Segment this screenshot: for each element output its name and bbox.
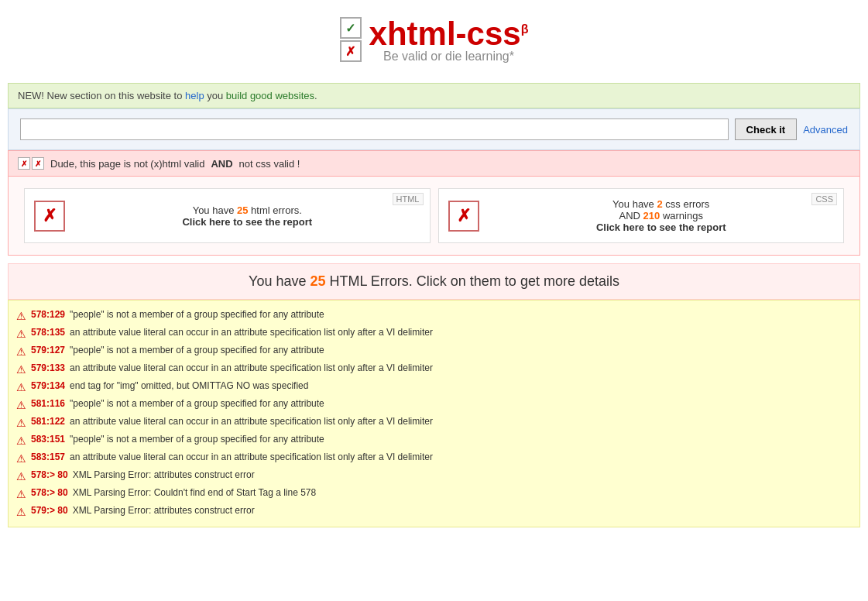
error-icon: ⚠ — [16, 345, 26, 358]
error-message: XML Parsing Error: Couldn't find end of … — [73, 487, 316, 498]
logo-text-main: xhtml-css — [369, 15, 521, 52]
error-location: 579:133 — [31, 362, 65, 373]
error-message: "people" is not a member of a group spec… — [70, 309, 324, 320]
validity-text-pre: Dude, this page is not (x)html valid — [50, 158, 204, 170]
css-and: AND — [619, 210, 643, 222]
advanced-link[interactable]: Advanced — [803, 124, 848, 136]
css-warning-text: warnings — [660, 210, 703, 222]
css-and-warnings: AND 210 warnings — [489, 210, 835, 222]
error-item[interactable]: ⚠581:122 an attribute value literal can … — [9, 414, 859, 431]
errors-header-pre: You have — [249, 273, 310, 289]
error-location: 578:135 — [31, 327, 65, 338]
error-icon: ⚠ — [16, 417, 26, 429]
error-icon: ⚠ — [16, 399, 26, 411]
banner-text-pre: NEW! New section on this website to — [18, 90, 185, 101]
validity-x-icon-2: ✗ — [32, 157, 44, 170]
error-item[interactable]: ⚠579:127 "people" is not a member of a g… — [9, 342, 859, 360]
error-location: 583:157 — [31, 452, 65, 462]
logo-icon: ✓ ✗ — [340, 17, 362, 62]
css-click-text: Click here to see the report — [489, 222, 835, 233]
validity-banner: ✗ ✗ Dude, this page is not (x)html valid… — [8, 150, 860, 177]
logo-text: xhtml-cssβ — [369, 15, 529, 53]
css-warning-count: 210 — [643, 210, 660, 222]
error-item[interactable]: ⚠578:> 80 XML Parsing Error: Couldn't fi… — [9, 485, 859, 503]
xml-arrow: :> 80 — [46, 487, 68, 498]
error-message: an attribute value literal can occur in … — [70, 327, 433, 338]
error-message: XML Parsing Error: attributes construct … — [73, 505, 255, 516]
error-location: 578:> 80 — [31, 469, 68, 480]
error-item[interactable]: ⚠583:151 "people" is not a member of a g… — [9, 431, 859, 449]
new-section-banner: NEW! New section on this website to help… — [8, 83, 860, 108]
error-message: an attribute value literal can occur in … — [70, 452, 433, 462]
error-message: an attribute value literal can occur in … — [70, 416, 433, 427]
validity-and: AND — [211, 158, 232, 170]
error-icon: ⚠ — [16, 363, 26, 376]
error-message: an attribute value literal can occur in … — [70, 362, 433, 373]
xml-location: 578 — [31, 469, 46, 480]
xml-location: 579 — [31, 505, 46, 516]
errors-header-post: HTML Errors. Click on them to get more d… — [326, 273, 619, 289]
error-location: 581:122 — [31, 416, 65, 427]
css-report-text: You have 2 css errors AND 210 warnings C… — [489, 198, 835, 233]
error-icon: ⚠ — [16, 381, 26, 393]
error-message: "people" is not a member of a group spec… — [70, 434, 324, 445]
css-post: css errors — [663, 198, 710, 210]
error-icon: ⚠ — [16, 506, 26, 518]
error-icon: ⚠ — [16, 470, 26, 483]
error-location: 579:127 — [31, 345, 65, 355]
validity-x-icon-1: ✗ — [18, 157, 30, 170]
error-item[interactable]: ⚠581:116 "people" is not a member of a g… — [9, 396, 859, 414]
error-location: 583:151 — [31, 434, 65, 445]
logo-checkmark: ✓ — [340, 17, 362, 39]
css-report-label: CSS — [811, 193, 837, 205]
error-item[interactable]: ⚠579:> 80 XML Parsing Error: attributes … — [9, 503, 859, 520]
error-icon: ⚠ — [16, 310, 26, 322]
error-location: 578:> 80 — [31, 487, 68, 498]
xml-arrow: :> 80 — [46, 505, 68, 516]
error-icon: ⚠ — [16, 488, 26, 500]
validity-text-post: not css valid ! — [239, 158, 300, 170]
css-report-x-icon: ✗ — [448, 201, 479, 232]
url-input[interactable] — [20, 118, 729, 140]
check-button[interactable]: Check it — [735, 118, 798, 140]
check-bar: Check it Advanced — [8, 108, 860, 150]
error-item[interactable]: ⚠578:> 80 XML Parsing Error: attributes … — [9, 467, 859, 485]
reports-area: HTML ✗ You have 25 html errors. Click he… — [8, 177, 860, 256]
html-error-count: 25 — [237, 204, 248, 216]
error-icon: ⚠ — [16, 328, 26, 340]
html-report-x-icon: ✗ — [34, 201, 65, 232]
html-report-summary: You have 25 html errors. — [74, 204, 420, 216]
css-error-count: 2 — [657, 198, 662, 210]
html-pre: You have — [193, 204, 237, 216]
banner-help-link[interactable]: help — [185, 90, 204, 101]
error-location: 579:134 — [31, 380, 65, 391]
error-item[interactable]: ⚠579:133 an attribute value literal can … — [9, 360, 859, 378]
error-message: "people" is not a member of a group spec… — [70, 398, 324, 409]
html-post: html errors. — [248, 204, 301, 216]
error-item[interactable]: ⚠579:134 end tag for "img" omitted, but … — [9, 378, 859, 396]
error-item[interactable]: ⚠583:157 an attribute value literal can … — [9, 449, 859, 467]
error-location: 578:129 — [31, 309, 65, 320]
error-icon: ⚠ — [16, 452, 26, 465]
css-report-box[interactable]: CSS ✗ You have 2 css errors AND 210 warn… — [438, 188, 845, 243]
logo-tagline: Be valid or die learning* — [369, 50, 529, 64]
validity-icons: ✗ ✗ — [18, 157, 44, 170]
html-report-text: You have 25 html errors. Click here to s… — [74, 204, 420, 228]
xml-location: 578 — [31, 487, 46, 498]
header: ✓ ✗ xhtml-cssβ Be valid or die learning* — [0, 0, 868, 75]
error-message: XML Parsing Error: attributes construct … — [73, 469, 255, 480]
html-click-text: Click here to see the report — [74, 216, 420, 228]
error-item[interactable]: ⚠578:129 "people" is not a member of a g… — [9, 307, 859, 325]
error-message: end tag for "img" omitted, but OMITTAG N… — [70, 380, 308, 391]
html-report-box[interactable]: HTML ✗ You have 25 html errors. Click he… — [24, 188, 431, 243]
error-item[interactable]: ⚠578:135 an attribute value literal can … — [9, 325, 859, 342]
logo-x-mark: ✗ — [340, 40, 362, 62]
css-pre: You have — [612, 198, 657, 210]
errors-list: ⚠578:129 "people" is not a member of a g… — [8, 300, 860, 527]
error-icon: ⚠ — [16, 434, 26, 447]
error-message: "people" is not a member of a group spec… — [70, 345, 324, 355]
css-report-summary: You have 2 css errors — [489, 198, 835, 210]
html-report-label: HTML — [393, 193, 424, 205]
error-location: 579:> 80 — [31, 505, 68, 516]
xml-arrow: :> 80 — [46, 469, 68, 480]
